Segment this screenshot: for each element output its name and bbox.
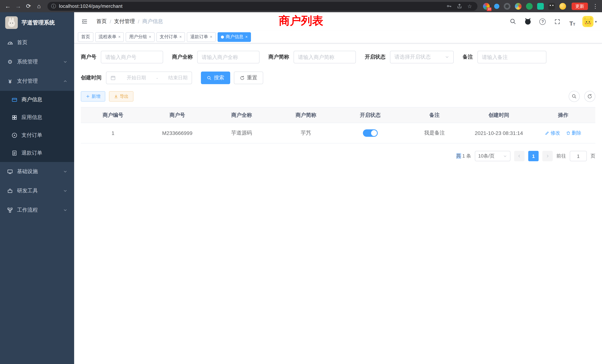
- sidebar-item-home[interactable]: 首页: [0, 33, 74, 52]
- merchant-no-input[interactable]: [105, 54, 159, 60]
- browser-back-button[interactable]: ←: [3, 1, 13, 11]
- sidebar-item-refund-orders[interactable]: 退款订单: [0, 144, 74, 162]
- page-size-select[interactable]: 10条/页: [475, 151, 510, 161]
- close-icon[interactable]: ×: [179, 35, 182, 39]
- navbar-actions: ? TT ▾: [508, 16, 597, 27]
- short-name-input[interactable]: [298, 54, 351, 60]
- filter-label: 备注: [463, 54, 473, 60]
- search-filter-form: 商户号 商户全称 商户简称: [81, 51, 595, 84]
- search-button[interactable]: 搜索: [201, 72, 230, 84]
- sidebar-item-label: 基础设施: [17, 168, 38, 175]
- user-avatar-menu[interactable]: ▾: [582, 16, 597, 27]
- browser-profile-avatar[interactable]: [559, 3, 566, 10]
- next-page-button[interactable]: [542, 151, 553, 161]
- extension-icon-colorful[interactable]: 10: [483, 3, 490, 10]
- tab-refund-orders[interactable]: 退款订单 ×: [187, 32, 216, 42]
- breadcrumb: 首页 / 支付管理 / 商户信息: [96, 18, 163, 25]
- sidebar-item-infrastructure[interactable]: 基础设施: [0, 162, 74, 181]
- cell-remark: 我是备注: [402, 123, 467, 143]
- status-toggle[interactable]: [363, 129, 378, 137]
- table-row: 1 M233666999 芋道源码 芋艿 我是备注 2021-10-23 08:…: [81, 123, 595, 143]
- prev-page-button[interactable]: [514, 151, 525, 161]
- close-icon[interactable]: ×: [245, 35, 248, 39]
- breadcrumb-payment[interactable]: 支付管理: [114, 18, 135, 25]
- github-icon[interactable]: [523, 17, 533, 26]
- url-text[interactable]: localhost:1024/pay/merchant: [59, 3, 443, 9]
- goto-label: 前往: [556, 153, 566, 159]
- close-icon[interactable]: ×: [210, 35, 212, 39]
- fullscreen-icon[interactable]: [553, 17, 562, 26]
- delete-link[interactable]: 删除: [566, 130, 581, 136]
- export-button[interactable]: 导出: [109, 91, 133, 102]
- goto-page-input[interactable]: [570, 151, 587, 161]
- extension-icon-dark-circle[interactable]: [504, 3, 510, 10]
- top-navbar: 首页 / 支付管理 / 商户信息 ?: [74, 12, 602, 31]
- tab-home[interactable]: 首页: [78, 32, 93, 42]
- sidebar-item-merchant-info[interactable]: 商户信息: [0, 91, 74, 109]
- help-icon[interactable]: ?: [538, 17, 548, 26]
- tab-user-group[interactable]: 用户分组 ×: [126, 32, 155, 42]
- create-time-range-picker[interactable]: 开始日期 - 结束日期: [106, 72, 192, 84]
- extension-badge: 10: [487, 7, 492, 11]
- browser-menu-icon[interactable]: ⋮: [592, 3, 599, 10]
- close-icon[interactable]: ×: [118, 35, 121, 39]
- tab-merchant-info[interactable]: 商户信息 ×: [218, 32, 251, 42]
- end-date-placeholder: 结束日期: [168, 75, 188, 81]
- sidebar-item-payment[interactable]: ¥ 支付管理: [0, 72, 74, 91]
- share-icon[interactable]: [455, 2, 463, 10]
- sidebar-item-workflow[interactable]: 工作流程: [0, 201, 74, 220]
- site-info-icon[interactable]: ⓘ: [51, 3, 56, 10]
- sidebar-item-label: 应用信息: [22, 114, 42, 121]
- remark-input[interactable]: [482, 54, 542, 60]
- reset-button[interactable]: 重置: [234, 72, 263, 84]
- sidebar-item-dev-tools[interactable]: 研发工具: [0, 181, 74, 201]
- export-button-label: 导出: [120, 93, 129, 99]
- column-header: 商户号: [145, 107, 209, 123]
- sidebar-fold-icon[interactable]: [79, 16, 90, 27]
- total-prefix: 共: [456, 153, 461, 159]
- sidebar-item-label: 支付订单: [22, 132, 42, 139]
- extension-icon-multicolor[interactable]: [515, 3, 522, 10]
- start-date-placeholder: 开始日期: [127, 75, 146, 81]
- status-select[interactable]: 请选择开启状态: [390, 51, 454, 63]
- password-key-icon[interactable]: [445, 2, 453, 10]
- extension-icon-blue-dot[interactable]: [494, 3, 499, 9]
- column-header: 操作: [531, 107, 595, 123]
- avatar[interactable]: [582, 16, 593, 27]
- filter-label: 商户简称: [268, 54, 289, 60]
- address-bar[interactable]: ⓘ localhost:1024/pay/merchant ☆: [47, 2, 477, 11]
- page-number-button[interactable]: 1: [528, 151, 539, 161]
- table-tools: [569, 91, 595, 102]
- font-size-icon[interactable]: TT: [568, 17, 577, 26]
- sidebar-item-app-info[interactable]: 应用信息: [0, 109, 74, 126]
- tags-view-bar: 首页 流程表单 × 用户分组 × 支付订单 × 退款订单 ×: [74, 31, 602, 43]
- tab-label: 首页: [81, 34, 90, 40]
- merchant-table: 商户编号 商户号 商户全称 商户简称 开启状态 备注 创建时间 操作 1 M23…: [81, 107, 595, 143]
- edit-link[interactable]: 修改: [545, 130, 560, 136]
- extension-icon-green-square[interactable]: [537, 3, 544, 10]
- breadcrumb-home[interactable]: 首页: [96, 18, 107, 25]
- extension-icon-green-circle[interactable]: [526, 3, 533, 10]
- filter-label: 商户全称: [172, 54, 193, 60]
- browser-forward-button[interactable]: →: [13, 1, 23, 11]
- browser-home-button[interactable]: ⌂: [34, 1, 44, 11]
- tab-process-form[interactable]: 流程表单 ×: [95, 32, 124, 42]
- bookmark-star-icon[interactable]: ☆: [466, 2, 474, 10]
- sidebar-item-label: 商户信息: [22, 96, 42, 103]
- tab-pay-orders[interactable]: 支付订单 ×: [156, 32, 185, 42]
- table-toolbar: 新增 导出: [81, 91, 595, 102]
- sidebar-item-label: 系统管理: [17, 59, 38, 65]
- chevron-down-icon: [63, 208, 67, 212]
- browser-update-button[interactable]: 更新: [572, 2, 588, 10]
- browser-reload-button[interactable]: ⟳: [24, 1, 33, 11]
- full-name-input[interactable]: [202, 54, 255, 60]
- close-icon[interactable]: ×: [149, 35, 151, 39]
- chevron-down-icon: [503, 154, 507, 158]
- add-button[interactable]: 新增: [81, 91, 105, 102]
- sidebar-item-system[interactable]: ⚙ 系统管理: [0, 52, 74, 72]
- refresh-icon[interactable]: [584, 91, 595, 102]
- extension-icon-tampermonkey[interactable]: [548, 3, 555, 10]
- toggle-search-icon[interactable]: [569, 91, 580, 102]
- sidebar-item-pay-orders[interactable]: 支付订单: [0, 126, 74, 144]
- search-icon[interactable]: [508, 17, 518, 26]
